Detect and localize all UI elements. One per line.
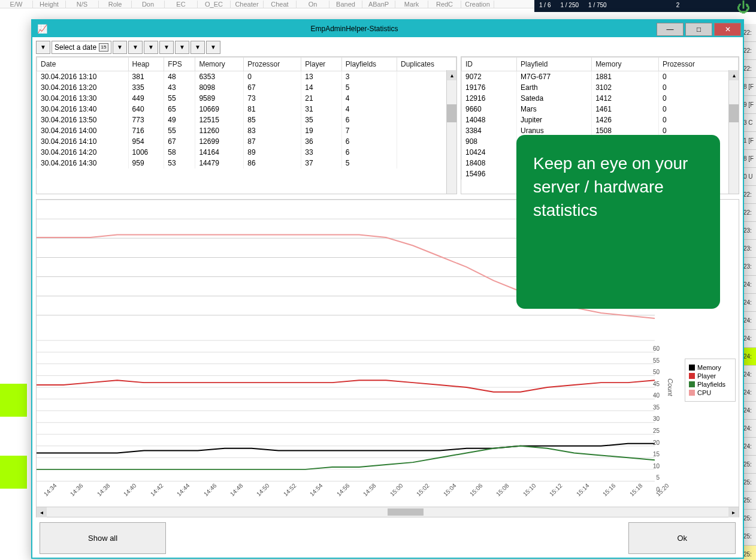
y-axis-ticks: 051015202530354045505560 — [643, 352, 661, 493]
scroll-thumb[interactable] — [388, 508, 424, 516]
ok-button[interactable]: Ok — [628, 522, 736, 554]
maximize-button[interactable]: □ — [685, 23, 712, 36]
column-header[interactable]: Memory — [592, 58, 659, 71]
column-header[interactable]: ID — [462, 58, 517, 71]
close-button[interactable]: ✕ — [714, 23, 741, 36]
dropdown[interactable]: ▼ — [190, 41, 205, 54]
scroll-up-icon[interactable]: ▴ — [729, 70, 739, 80]
background-highlight — [0, 384, 27, 417]
minimize-button[interactable]: — — [657, 23, 684, 36]
y-axis-label: Count — [666, 378, 673, 396]
calendar-icon: 15 — [99, 43, 108, 52]
filter-toolbar: ▼ Select a date 15 ▼ ▼ ▼ ▼ ▼ ▼ ▼ — [36, 41, 739, 54]
column-header[interactable]: Playfield — [517, 58, 592, 71]
background-highlight — [0, 456, 27, 489]
show-all-button[interactable]: Show all — [40, 522, 166, 554]
power-icon: ⏻ — [737, 0, 750, 16]
column-header[interactable]: Prozessor — [244, 58, 301, 71]
chart-icon: 📈 — [37, 24, 47, 34]
legend-item: Player — [689, 372, 731, 380]
legend-item: Playfields — [689, 381, 731, 388]
date-picker[interactable]: Select a date 15 — [52, 41, 111, 54]
scrollbar-vertical[interactable]: ▴ — [728, 70, 739, 194]
window-title: EmpAdminHelper-Statistics — [52, 25, 657, 33]
scroll-thumb[interactable] — [729, 104, 739, 122]
column-header[interactable]: Memory — [195, 58, 244, 71]
table-row[interactable]: 9660Mars14610 — [462, 104, 739, 115]
table-row[interactable]: 9072M7G-67718810 — [462, 71, 739, 83]
column-header[interactable]: Heap — [128, 58, 164, 71]
table-row[interactable]: 30.04.2016 13:50773491251585356 — [37, 115, 456, 125]
dropdown[interactable]: ▼ — [206, 41, 220, 54]
scroll-left-icon[interactable]: ◂ — [37, 507, 47, 517]
table-row[interactable]: 30.04.2016 14:00716551126083197 — [37, 125, 456, 136]
dropdown[interactable]: ▼ — [175, 41, 189, 54]
column-header[interactable]: Player — [301, 58, 341, 71]
scroll-right-icon[interactable]: ▸ — [728, 507, 739, 517]
column-header[interactable]: Duplicates — [397, 58, 456, 71]
dropdown[interactable]: ▼ — [36, 41, 50, 54]
column-header[interactable]: Playfields — [341, 58, 397, 71]
legend-item: CPU — [689, 389, 731, 396]
main-statistics-table[interactable]: DateHeapFPSMemoryProzessorPlayerPlayfiel… — [36, 56, 457, 194]
info-callout: Keep an eye on your server / hardware st… — [516, 135, 720, 309]
table-row[interactable]: 30.04.2016 14:10954671269987366 — [37, 136, 456, 147]
background-dark-panel: 1 / 61 / 2501 / 7502 — [534, 0, 756, 12]
x-axis-ticks: 14:3414:3614:3814:4014:4214:4414:4614:48… — [43, 493, 655, 505]
table-row[interactable]: 19176Earth31020 — [462, 82, 739, 93]
column-header[interactable]: Prozessor — [658, 58, 738, 71]
scrollbar-horizontal[interactable]: ◂ ▸ — [37, 507, 739, 517]
table-row[interactable]: 30.04.2016 14:30959531447986375 — [37, 158, 456, 168]
legend-item: Memory — [689, 364, 731, 371]
table-row[interactable]: 30.04.2016 14:201006581416489336 — [37, 147, 456, 158]
table-row[interactable]: 12916Sateda14120 — [462, 93, 739, 104]
table-row[interactable]: 14048Jupiter14260 — [462, 115, 739, 125]
column-header[interactable]: FPS — [164, 58, 195, 71]
dropdown[interactable]: ▼ — [144, 41, 158, 54]
column-header[interactable]: Date — [37, 58, 129, 71]
scroll-up-icon[interactable]: ▴ — [447, 70, 456, 80]
scroll-thumb[interactable] — [447, 104, 456, 122]
chart-legend: MemoryPlayerPlayfieldsCPU — [685, 359, 736, 402]
background-right-list: 22:22:22:8 [F9 [F3 C1 [F8 [F0 U22:22:23:… — [743, 24, 756, 552]
table-row[interactable]: 30.04.2016 13:103814863530133 — [37, 71, 456, 83]
dropdown[interactable]: ▼ — [159, 41, 174, 54]
table-row[interactable]: 30.04.2016 13:40640651066981314 — [37, 104, 456, 115]
dropdown[interactable]: ▼ — [113, 41, 127, 54]
scrollbar-vertical[interactable]: ▴ — [446, 70, 456, 194]
titlebar[interactable]: 📈 EmpAdminHelper-Statistics — □ ✕ — [32, 20, 743, 37]
table-row[interactable]: 30.04.2016 13:2033543809867145 — [37, 82, 456, 93]
dropdown[interactable]: ▼ — [128, 41, 143, 54]
table-row[interactable]: 30.04.2016 13:3044955958973214 — [37, 93, 456, 104]
